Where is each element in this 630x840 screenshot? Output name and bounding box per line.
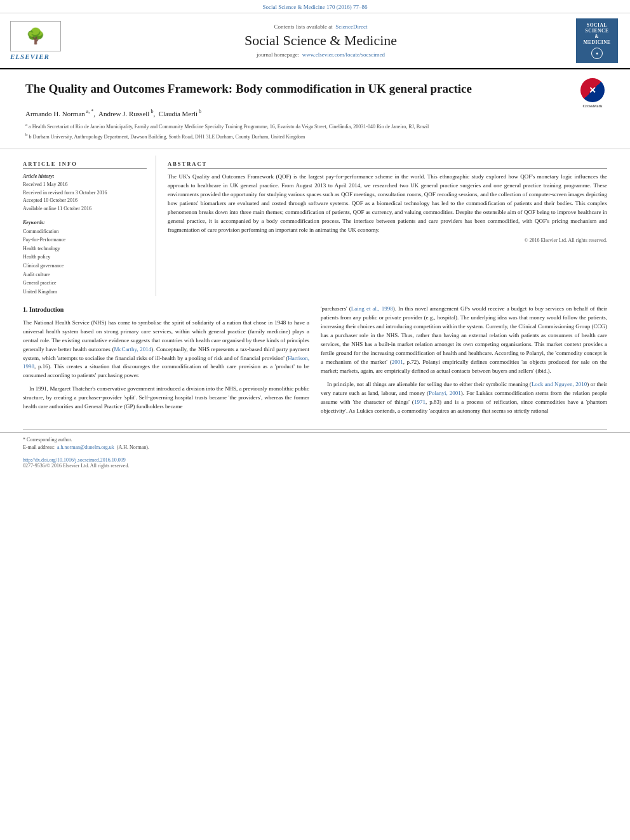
available-date: Available online 11 October 2016 <box>23 205 147 213</box>
doi-line: http://dx.doi.org/10.1016/j.socscimed.20… <box>0 455 630 463</box>
keyword-4: Health policy <box>23 253 147 262</box>
abstract-body: The UK's Quality and Outcomes Framework … <box>168 173 607 235</box>
issn-line: 0277-9536/© 2016 Elsevier Ltd. All right… <box>0 463 630 472</box>
article-main-title: The Quality and Outcomes Framework: Body… <box>25 81 472 97</box>
lock-link[interactable]: Lock and Nguyen, 2010 <box>532 381 587 387</box>
author-norman: Armando H. Norman <box>25 110 85 117</box>
journal-title: Social Science & Medicine <box>74 32 568 49</box>
keyword-8: United Kingdom <box>23 288 147 297</box>
crossmark-icon: ✕ <box>580 78 605 102</box>
article-info-column: Article Info Article history: Received 1… <box>23 156 156 296</box>
body-para1: The National Health Service (NHS) has co… <box>23 319 309 381</box>
lukacs-link[interactable]: 1971 <box>414 399 426 405</box>
authors-line: Armando H. Norman a, *, Andrew J. Russel… <box>25 109 605 117</box>
journal-center: Contents lists available at ScienceDirec… <box>67 23 574 58</box>
history-label: Article history: <box>23 173 55 179</box>
homepage-line: journal homepage: www.elsevier.com/locat… <box>74 51 568 58</box>
keyword-2: Pay-for-Performance <box>23 236 147 244</box>
journal-header: 🌳 ELSEVIER Contents lists available at S… <box>0 13 630 69</box>
affil-sup-a: a <box>25 122 27 127</box>
elsevier-logo-box: 🌳 <box>10 21 61 51</box>
author-sup-b2: b <box>198 109 201 114</box>
elsevier-label: ELSEVIER <box>10 53 67 60</box>
body-two-col: 1. Introduction The National Health Serv… <box>23 305 607 420</box>
keyword-5: Clinical governance <box>23 262 147 270</box>
harrison-link[interactable]: Harrison, 1998 <box>23 355 309 370</box>
affil-sup-b: b <box>25 132 28 137</box>
mccarthy-link[interactable]: McCarthy, 2014 <box>114 346 151 352</box>
corresponding-note: * Corresponding author. <box>23 437 607 443</box>
journal-logo-box: SOCIALSCIENCE&MEDICINE ● <box>576 18 618 63</box>
journal-logo-right: SOCIALSCIENCE&MEDICINE ● <box>574 18 620 63</box>
email-link[interactable]: a.h.norman@dunelm.org.uk <box>57 444 114 450</box>
footnote-area: * Corresponding author. E-mail address: … <box>0 432 630 455</box>
body-content: 1. Introduction The National Health Serv… <box>0 296 630 426</box>
body-para-right1: 'purchasers' (Laing et al., 1998). In th… <box>321 305 607 376</box>
author-russell: Andrew J. Russell <box>98 110 149 117</box>
author-sup-a: a, * <box>85 109 94 114</box>
journal-logo-title: SOCIALSCIENCE&MEDICINE <box>583 22 610 45</box>
section1-title: 1. Introduction <box>23 305 309 315</box>
homepage-link[interactable]: www.elsevier.com/locate/socscimed <box>302 51 385 58</box>
elsevier-tree-icon: 🌳 <box>26 27 45 45</box>
elsevier-logo: 🌳 ELSEVIER <box>10 21 67 60</box>
journal-logo-circle-icon: ● <box>591 48 603 59</box>
received-date: Received 1 May 2016 <box>23 181 147 189</box>
keyword-7: General practice <box>23 279 147 288</box>
affiliation-a: a a Health Secretariat of Rio de Janeiro… <box>25 121 605 131</box>
body-left-column: 1. Introduction The National Health Serv… <box>23 305 309 420</box>
article-title-area: The Quality and Outcomes Framework: Body… <box>0 70 630 149</box>
keyword-3: Health technology <box>23 244 147 253</box>
body-para-right2: In principle, not all things are alienab… <box>321 380 607 416</box>
copyright-line: © 2016 Elsevier Ltd. All rights reserved… <box>168 237 607 243</box>
footnote-divider <box>23 429 607 430</box>
contents-line: Contents lists available at ScienceDirec… <box>74 23 568 30</box>
abstract-header: Abstract <box>168 161 607 169</box>
keyword-1: Commodification <box>23 227 147 236</box>
sciencedirect-link[interactable]: ScienceDirect <box>335 23 367 30</box>
keywords-label: Keywords: <box>23 220 45 225</box>
email-line: E-mail address: a.h.norman@dunelm.org.uk… <box>23 444 607 450</box>
laing-link[interactable]: Laing et al., 1998 <box>351 305 393 312</box>
journal-citation: Social Science & Medicine 170 (2016) 77–… <box>0 0 630 13</box>
article-info-abstract-section: Article Info Article history: Received 1… <box>0 149 630 296</box>
abstract-column: Abstract The UK's Quality and Outcomes F… <box>168 156 607 296</box>
body-right-column: 'purchasers' (Laing et al., 1998). In th… <box>321 305 607 420</box>
polanyi-link1[interactable]: 2001 <box>392 359 403 365</box>
polanyi-link2[interactable]: Polanyi, 2001 <box>429 390 461 396</box>
author-merli: Claudia Merli <box>159 110 198 117</box>
affiliation-b: b b Durham University, Anthropology Depa… <box>25 131 605 141</box>
author-sup-b1: b <box>149 109 153 114</box>
keyword-6: Audit culture <box>23 270 147 279</box>
body-para2: In 1991, Margaret Thatcher's conservativ… <box>23 385 309 411</box>
crossmark-label: CrossMark <box>580 103 605 109</box>
received-revised-date: Received in revised form 3 October 2016 <box>23 189 147 197</box>
accepted-date: Accepted 10 October 2016 <box>23 197 147 205</box>
article-info-header: Article Info <box>23 161 147 169</box>
crossmark-badge: ✕ CrossMark <box>580 78 605 109</box>
keywords-section: Keywords: Commodification Pay-for-Perfor… <box>23 218 147 296</box>
article-history: Article history: Received 1 May 2016 Rec… <box>23 173 147 213</box>
doi-link[interactable]: http://dx.doi.org/10.1016/j.socscimed.20… <box>23 457 126 463</box>
